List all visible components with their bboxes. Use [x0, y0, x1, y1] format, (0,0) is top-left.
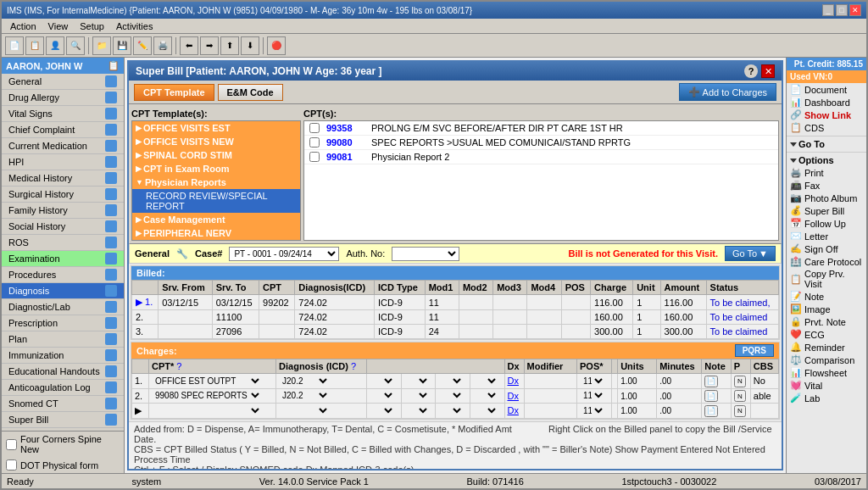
menu-setup[interactable]: Setup: [75, 20, 109, 32]
diag-help[interactable]: ?: [351, 361, 356, 371]
toolbar-btn-9[interactable]: ⬅: [180, 36, 198, 55]
right-item-reminder[interactable]: 🔔 Reminder: [787, 341, 866, 354]
cpt-checkbox-1[interactable]: [309, 123, 320, 133]
sidebar-item-general[interactable]: General: [2, 74, 124, 90]
right-item-follow-up[interactable]: 📅 Follow Up: [787, 217, 866, 230]
toolbar-btn-13[interactable]: 🔴: [267, 36, 286, 55]
sidebar-item-diagnosis[interactable]: Diagnosis: [2, 283, 124, 299]
tree-item-spinal-cord[interactable]: ▶ SPINAL CORD STIM: [132, 148, 300, 162]
charges-note-btn-3[interactable]: 📄: [704, 405, 718, 417]
charges-modifier-input-2[interactable]: [527, 392, 570, 401]
right-item-lab[interactable]: 🧪 Lab: [787, 392, 866, 404]
cpt-template-tab[interactable]: CPT Template: [134, 84, 214, 101]
dx-link-3[interactable]: Dx: [508, 405, 519, 415]
right-item-show-link[interactable]: 🔗 Show Link: [787, 109, 866, 121]
charges-drop1-select-1[interactable]: [370, 376, 395, 387]
charges-diag-select-3[interactable]: [279, 405, 330, 416]
right-item-sign-off[interactable]: ✍️ Sign Off: [787, 242, 866, 255]
right-item-photo-album[interactable]: 📷 Photo Album: [787, 192, 866, 204]
dot-physical-checkbox[interactable]: [6, 459, 17, 471]
four-corners-checkbox[interactable]: [6, 439, 17, 450]
menu-action[interactable]: Action: [5, 20, 42, 32]
right-item-copy-prv-visit[interactable]: 📋 Copy Prv. Visit: [787, 268, 866, 290]
billed-row-3[interactable]: 3. 27096 724.02 ICD-9 24: [132, 325, 779, 339]
sidebar-item-social-history[interactable]: Social History: [2, 219, 124, 235]
sidebar-item-ros[interactable]: ROS: [2, 235, 124, 251]
right-item-print[interactable]: 🖨️ Print: [787, 166, 866, 179]
toolbar-btn-6[interactable]: 💾: [113, 36, 131, 55]
toolbar-btn-7[interactable]: ✏️: [133, 36, 152, 55]
dx-link-1[interactable]: Dx: [508, 376, 519, 386]
billed-row-1[interactable]: ▶ 1. 03/12/15 03/12/15 99202 724.02 ICD-…: [132, 295, 779, 310]
sidebar-item-medical-history[interactable]: Medical History: [2, 170, 124, 187]
charges-units-input-1[interactable]: [620, 376, 650, 386]
sidebar-item-diagnostic-lab[interactable]: Diagnostic/Lab: [2, 299, 124, 315]
right-item-super-bill[interactable]: 💰 Super Bill: [787, 204, 866, 217]
right-item-letter[interactable]: ✉️ Letter: [787, 230, 866, 242]
sidebar-item-educational-handouts[interactable]: Educational Handouts: [2, 364, 124, 380]
cpt-checkbox-3[interactable]: [309, 152, 320, 162]
sidebar-item-chief-complaint[interactable]: Chief Complaint: [2, 122, 124, 138]
em-code-tab[interactable]: E&M Code: [218, 84, 283, 101]
charges-units-input-2[interactable]: [620, 392, 650, 401]
sidebar-item-immunization[interactable]: Immunization: [2, 348, 124, 364]
toolbar-btn-12[interactable]: ⬇: [241, 36, 259, 55]
sidebar-item-snomed-ct[interactable]: Snomed CT: [2, 396, 124, 412]
charges-cpt-select-3[interactable]: [152, 405, 262, 416]
charges-diag-select-2[interactable]: J20.2: [279, 390, 330, 401]
sidebar-item-surgical-history[interactable]: Surgical History: [2, 187, 124, 203]
toolbar-btn-11[interactable]: ⬆: [220, 36, 239, 55]
charges-p-btn-3[interactable]: N: [734, 405, 746, 417]
sidebar-item-vital-signs[interactable]: Vital Signs: [2, 106, 124, 122]
menu-activities[interactable]: Activities: [111, 20, 158, 32]
charges-d1-2[interactable]: [370, 390, 395, 401]
charges-units-input-3[interactable]: [620, 406, 650, 415]
super-bill-close-button[interactable]: ✕: [761, 64, 775, 78]
right-item-prvt-note[interactable]: 🔒 Prvt. Note: [787, 315, 866, 328]
charges-modifier-input-3[interactable]: [527, 406, 570, 415]
charges-d4-2[interactable]: [473, 390, 498, 401]
sidebar-item-plan[interactable]: Plan: [2, 331, 124, 348]
options-group-title[interactable]: Options: [787, 154, 866, 166]
go-to-button[interactable]: Go To ▼: [725, 246, 776, 261]
charges-cpt-select-1[interactable]: OFFICE EST OUTPT: [152, 376, 262, 387]
charges-d3-3[interactable]: [438, 405, 464, 416]
dot-physical-check[interactable]: DOT Physical form: [2, 457, 124, 473]
right-item-document[interactable]: 📄 Document: [787, 83, 866, 96]
cpt-checkbox-2[interactable]: [309, 137, 320, 148]
right-item-cds[interactable]: 📋 CDS: [787, 121, 866, 134]
charges-diag-select-1[interactable]: J20.2: [279, 376, 330, 387]
toolbar-btn-8[interactable]: 🖨️: [153, 36, 172, 55]
sidebar-item-prescription[interactable]: Prescription: [2, 315, 124, 331]
help-button[interactable]: ?: [744, 64, 758, 78]
charges-drop2-select-1[interactable]: [404, 376, 430, 387]
auth-select[interactable]: [392, 247, 459, 261]
charges-row-3[interactable]: ▶: [132, 404, 779, 419]
charges-modifier-input-1[interactable]: [527, 376, 570, 386]
charges-cpt-select-2[interactable]: 99080 SPEC REPORTS >USUAL M: [152, 390, 262, 401]
toolbar-btn-1[interactable]: 📄: [5, 36, 24, 55]
four-corners-check[interactable]: Four Corners Spine New: [2, 432, 124, 457]
sidebar-item-hpi[interactable]: HPI: [2, 154, 124, 170]
right-item-comparison[interactable]: ⚖️ Comparison: [787, 354, 866, 366]
charges-p-btn-1[interactable]: N: [734, 376, 746, 387]
sidebar-item-super-bill[interactable]: Super Bill: [2, 412, 124, 428]
charges-d3-2[interactable]: [438, 390, 464, 401]
right-item-care-protocol[interactable]: 🏥 Care Protocol: [787, 255, 866, 268]
charges-row-2[interactable]: 2. 99080 SPEC REPORTS >USUAL M J20.: [132, 388, 779, 404]
toolbar-btn-3[interactable]: 👤: [46, 36, 64, 55]
toolbar-btn-10[interactable]: ➡: [200, 36, 219, 55]
menu-view[interactable]: View: [43, 20, 74, 32]
sidebar-item-family-history[interactable]: Family History: [2, 203, 124, 219]
dx-link-2[interactable]: Dx: [508, 391, 519, 401]
cpt-help[interactable]: ?: [176, 361, 181, 371]
right-item-ecg[interactable]: ❤️ ECG: [787, 328, 866, 341]
charges-pos-select-1[interactable]: 11: [580, 376, 605, 387]
right-item-note[interactable]: 📝 Note: [787, 290, 866, 303]
charges-d1-3[interactable]: [370, 405, 395, 416]
right-item-fax[interactable]: 📠 Fax: [787, 179, 866, 192]
minimize-button[interactable]: _: [822, 4, 834, 16]
tree-item-physician-reports[interactable]: ▼ Physician Reports: [132, 175, 300, 189]
tree-item-cpt-exam[interactable]: ▶ CPT in Exam Room: [132, 162, 300, 175]
charges-p-btn-2[interactable]: N: [734, 390, 746, 402]
